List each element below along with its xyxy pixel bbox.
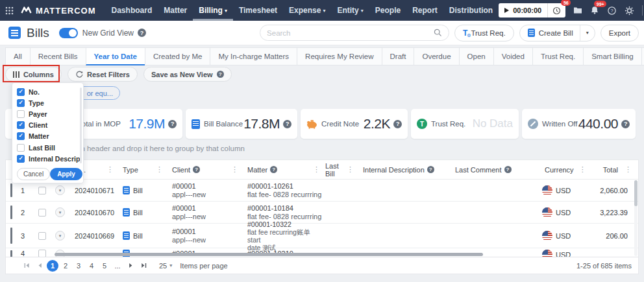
header-total[interactable]: Total⋮	[585, 160, 636, 179]
column-option-no[interactable]: No.	[12, 86, 80, 97]
nav-item-people[interactable]: People	[369, 0, 406, 21]
row-drag-handle[interactable]	[10, 183, 12, 197]
settings-button[interactable]	[625, 6, 634, 16]
apply-button[interactable]: Apply	[50, 168, 82, 180]
export-button[interactable]: Export	[601, 25, 639, 41]
tab-year-to-date[interactable]: Year to Date	[86, 47, 145, 65]
tab-overdue[interactable]: Overdue	[414, 47, 459, 65]
help-button[interactable]: ?	[607, 6, 617, 16]
row-drag-handle[interactable]	[10, 228, 12, 244]
nav-item-distribution[interactable]: Distribution	[443, 0, 499, 21]
nav-item-billing[interactable]: Billing▾	[193, 0, 233, 21]
nav-item-expense[interactable]: Expense▾	[283, 0, 331, 21]
help-icon[interactable]: ?	[168, 120, 177, 128]
tab-requires-my-review[interactable]: Requires My Review	[297, 47, 382, 65]
checkbox-checked-icon[interactable]	[17, 155, 25, 163]
create-bill-button[interactable]: Create Bill	[520, 25, 580, 41]
tab-smart-billing[interactable]: Smart Billing	[583, 47, 642, 65]
trust-req-button[interactable]: T⚙ Trust Req.	[454, 25, 514, 41]
header-last-comment[interactable]: Last Comment?	[449, 160, 536, 179]
help-icon[interactable]: ?	[283, 120, 291, 128]
horizontal-scrollbar[interactable]	[55, 253, 483, 256]
help-icon[interactable]: ?	[621, 120, 630, 128]
columns-button[interactable]: Columns	[5, 67, 62, 82]
page-size-select[interactable]: 25▾	[159, 262, 172, 270]
help-icon[interactable]: ?	[270, 166, 277, 173]
nav-item-timesheet[interactable]: Timesheet	[233, 0, 283, 21]
tab-all[interactable]: All	[5, 47, 31, 65]
tab-recent-bills[interactable]: Recent Bills	[30, 47, 86, 65]
help-icon[interactable]: ?	[427, 166, 434, 173]
first-page-button[interactable]	[21, 260, 32, 272]
tab-created-by-me[interactable]: Created by Me	[145, 47, 210, 65]
nav-item-entity[interactable]: Entity▾	[331, 0, 369, 21]
checkbox-unchecked-icon[interactable]	[17, 110, 25, 118]
header-client[interactable]: Client?⋮	[166, 160, 241, 179]
row-checkbox[interactable]	[38, 187, 46, 194]
column-option-client[interactable]: Client	[12, 120, 80, 131]
header-currency[interactable]: Currency⋮	[536, 160, 585, 179]
last-page-button[interactable]	[138, 260, 149, 272]
new-grid-view-toggle[interactable]	[59, 28, 78, 38]
row-checkbox[interactable]	[38, 209, 46, 217]
help-icon[interactable]: ?	[504, 166, 512, 173]
play-icon[interactable]	[504, 8, 509, 13]
page-button-5[interactable]: 5	[99, 260, 110, 272]
nav-item-matter[interactable]: Matter	[158, 0, 193, 21]
column-option-last-bill[interactable]: Last Bill	[12, 142, 80, 153]
tab-trust-req[interactable]: Trust Req.	[532, 47, 584, 65]
column-menu-icon[interactable]: ⋮	[625, 165, 634, 174]
tab-my-in-charge-matters[interactable]: My In-charge Matters	[210, 47, 297, 65]
header-last-bill[interactable]: Last Bill⋮	[323, 160, 356, 179]
column-option-type[interactable]: Type	[12, 97, 80, 108]
header-matter[interactable]: Matter?⋮	[241, 160, 323, 179]
apps-grid-icon[interactable]	[5, 5, 14, 16]
tab-draft[interactable]: Draft	[382, 47, 415, 65]
checkbox-checked-icon[interactable]	[17, 99, 25, 107]
cancel-button[interactable]: Cancel	[17, 168, 50, 180]
save-as-new-view-button[interactable]: Save as New View ?	[143, 67, 232, 82]
column-menu-icon[interactable]: ⋮	[231, 165, 241, 174]
dropdown-scrollbar[interactable]	[80, 88, 82, 163]
column-option-matter[interactable]: Matter	[12, 131, 80, 142]
row-drag-handle[interactable]	[10, 206, 12, 219]
checkbox-unchecked-icon[interactable]	[17, 144, 25, 152]
reset-filters-button[interactable]: Reset Filters	[68, 67, 138, 82]
nav-item-dashboard[interactable]: Dashboard	[106, 0, 158, 21]
table-row[interactable]: 3 ▾ 2024010669 Bill #00001appl---new #00…	[6, 224, 638, 248]
column-option-internal-description[interactable]: Internal Description	[12, 153, 80, 164]
column-menu-icon[interactable]: ⋮	[347, 165, 356, 174]
page-button-4[interactable]: 4	[86, 260, 97, 272]
create-bill-dropdown-button[interactable]: ▾	[580, 25, 595, 41]
help-icon[interactable]: ?	[138, 29, 146, 37]
checkbox-checked-icon[interactable]	[17, 121, 25, 129]
column-menu-icon[interactable]: ⋮	[106, 165, 116, 174]
nav-item-report[interactable]: Report	[406, 0, 443, 21]
help-icon[interactable]: ?	[217, 71, 224, 78]
search-input[interactable]	[267, 29, 434, 37]
row-expand-button[interactable]: ▾	[55, 231, 65, 241]
tab-voided[interactable]: Voided	[493, 47, 533, 65]
page-button-1[interactable]: 1	[47, 260, 58, 272]
page-button-3[interactable]: 3	[73, 260, 84, 272]
row-expand-button[interactable]: ▾	[55, 207, 65, 217]
column-option-payer[interactable]: Payer	[12, 108, 80, 119]
next-page-button[interactable]	[125, 260, 136, 272]
header-type[interactable]: Type⋮	[116, 160, 166, 179]
notifications-button[interactable]: 99+	[590, 6, 599, 15]
checkbox-checked-icon[interactable]	[17, 132, 25, 140]
column-menu-icon[interactable]: ⋮	[313, 165, 323, 174]
table-row[interactable]: 1 ▾ 2024010671 Bill #00001appl---new #00…	[6, 180, 638, 202]
header-internal-description[interactable]: Internal Description?	[356, 160, 449, 179]
checkbox-checked-icon[interactable]	[17, 88, 25, 96]
tab-trust-overdue-harvey[interactable]: trust 逾期 harvey×	[641, 47, 644, 65]
prev-page-button[interactable]	[34, 260, 45, 272]
column-menu-icon[interactable]: ⋮	[156, 165, 166, 174]
timer-clock-button[interactable]: 56	[547, 3, 565, 18]
row-expand-button[interactable]: ▾	[55, 185, 65, 195]
page-button-2[interactable]: 2	[60, 260, 71, 272]
vertical-scrollbar-thumb[interactable]	[634, 180, 638, 206]
folder-button[interactable]	[573, 6, 582, 14]
help-icon[interactable]: ?	[193, 166, 200, 173]
tab-open[interactable]: Open	[459, 47, 494, 65]
